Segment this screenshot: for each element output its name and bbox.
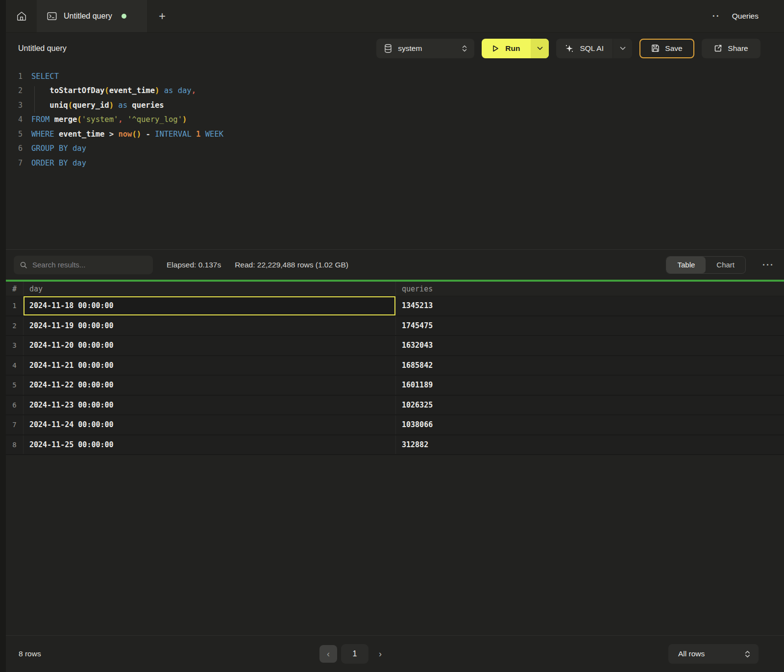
play-icon <box>491 45 499 52</box>
line-number: 3 <box>6 101 23 110</box>
code-text: SELECT <box>31 72 59 81</box>
updown-chevron-icon <box>744 650 751 658</box>
sql-editor[interactable]: 1SELECT2 toStartOfDay(event_time) as day… <box>6 64 784 249</box>
line-number: 7 <box>6 159 23 168</box>
cell-queries[interactable]: 1685842 <box>396 356 784 375</box>
results-table-body: 12024-11-18 00:00:00134521322024-11-19 0… <box>6 296 784 455</box>
code-text: WHERE event_time > now() - INTERVAL 1 WE… <box>31 130 223 139</box>
save-button[interactable]: Save <box>639 39 694 58</box>
column-header-index[interactable]: # <box>6 282 24 296</box>
search-icon <box>20 261 27 269</box>
read-stat: Read: 22,229,488 rows (1.02 GB) <box>235 261 348 269</box>
sql-ai-button[interactable]: SQL AI <box>556 39 632 58</box>
table-row[interactable]: 52024-11-22 00:00:001601189 <box>6 376 784 396</box>
sql-console-window: Untitled query + ·· Queries Untitled que… <box>0 0 784 672</box>
table-row[interactable]: 72024-11-24 00:00:001038066 <box>6 415 784 435</box>
elapsed-stat: Elapsed: 0.137s <box>167 261 221 269</box>
cell-day[interactable]: 2024-11-22 00:00:00 <box>24 376 396 395</box>
more-options-icon[interactable]: ·· <box>712 12 720 21</box>
code-text: uniq(query_id) as queries <box>31 101 164 110</box>
updown-chevron-icon <box>462 45 467 52</box>
table-row[interactable]: 62024-11-23 00:00:001026325 <box>6 396 784 416</box>
pagination: ‹ 1 › <box>319 644 388 664</box>
code-line[interactable]: 1SELECT <box>6 69 784 84</box>
row-number: 6 <box>6 396 24 415</box>
queries-link[interactable]: Queries <box>732 12 759 21</box>
cell-day[interactable]: 2024-11-25 00:00:00 <box>24 435 396 455</box>
terminal-icon <box>47 11 57 22</box>
cell-queries[interactable]: 1745475 <box>396 316 784 336</box>
table-row[interactable]: 12024-11-18 00:00:001345213 <box>6 296 784 316</box>
column-header-day[interactable]: day <box>24 282 396 296</box>
table-row[interactable]: 32024-11-20 00:00:001632043 <box>6 336 784 356</box>
table-row[interactable]: 42024-11-21 00:00:001685842 <box>6 356 784 376</box>
code-line[interactable]: 2 toStartOfDay(event_time) as day, <box>6 84 784 98</box>
code-line[interactable]: 5WHERE event_time > now() - INTERVAL 1 W… <box>6 127 784 142</box>
cell-queries[interactable]: 1038066 <box>396 415 784 434</box>
query-toolbar: Untitled query system <box>6 33 784 64</box>
column-header-queries[interactable]: queries <box>396 282 784 296</box>
cell-queries[interactable]: 312882 <box>396 435 784 455</box>
current-page-button[interactable]: 1 <box>341 644 368 664</box>
main-area: Untitled query + ·· Queries Untitled que… <box>6 0 784 672</box>
table-row[interactable]: 22024-11-19 00:00:001745475 <box>6 316 784 336</box>
chevron-right-icon: › <box>379 649 382 659</box>
save-icon <box>651 44 660 52</box>
row-number: 7 <box>6 415 24 434</box>
row-number: 1 <box>6 296 24 315</box>
next-page-button[interactable]: › <box>372 645 388 663</box>
results-table-header: # day queries <box>6 282 784 296</box>
code-line[interactable]: 3 uniq(query_id) as queries <box>6 98 784 113</box>
cell-queries[interactable]: 1601189 <box>396 376 784 395</box>
cell-day[interactable]: 2024-11-24 00:00:00 <box>24 415 396 434</box>
code-text: GROUP BY day <box>31 144 86 153</box>
cell-day[interactable]: 2024-11-19 00:00:00 <box>24 316 396 336</box>
code-text: FROM merge('system', '^query_log') <box>31 115 187 124</box>
chevron-left-icon: ‹ <box>327 649 330 659</box>
view-toggle: Table Chart <box>666 256 746 274</box>
row-number: 2 <box>6 316 24 336</box>
share-button[interactable]: Share <box>702 39 760 58</box>
page-size-value: All rows <box>678 649 744 658</box>
cell-day[interactable]: 2024-11-20 00:00:00 <box>24 336 396 355</box>
cell-queries[interactable]: 1632043 <box>396 336 784 355</box>
home-icon <box>16 11 27 22</box>
page-size-selector[interactable]: All rows <box>668 644 759 664</box>
view-tab-chart[interactable]: Chart <box>706 257 745 273</box>
search-results-input[interactable] <box>32 261 147 269</box>
previous-page-button[interactable]: ‹ <box>319 645 337 663</box>
cell-day[interactable]: 2024-11-21 00:00:00 <box>24 356 396 375</box>
run-button-main[interactable]: Run <box>482 39 531 58</box>
database-icon <box>384 44 392 53</box>
run-button[interactable]: Run <box>482 39 549 58</box>
code-line[interactable]: 4FROM merge('system', '^query_log') <box>6 113 784 127</box>
home-button[interactable] <box>6 0 37 32</box>
row-count: 8 rows <box>19 649 41 658</box>
line-number: 1 <box>6 72 23 81</box>
database-selector[interactable]: system <box>376 39 474 58</box>
results-more-icon[interactable]: ··· <box>762 261 774 269</box>
cell-queries[interactable]: 1345213 <box>396 296 784 315</box>
sql-ai-main[interactable]: SQL AI <box>556 39 612 58</box>
tab-untitled-query[interactable]: Untitled query <box>37 0 147 32</box>
code-line[interactable]: 6GROUP BY day <box>6 142 784 156</box>
line-number: 4 <box>6 115 23 124</box>
line-number: 2 <box>6 86 23 95</box>
row-number: 3 <box>6 336 24 355</box>
table-row[interactable]: 82024-11-25 00:00:00312882 <box>6 435 784 456</box>
share-icon <box>714 44 722 52</box>
sparkle-icon <box>565 44 574 53</box>
indent-guide <box>34 86 35 113</box>
sql-ai-caret[interactable] <box>612 39 632 58</box>
query-title: Untitled query <box>18 44 67 53</box>
cell-day[interactable]: 2024-11-23 00:00:00 <box>24 396 396 415</box>
row-number: 4 <box>6 356 24 375</box>
database-selector-value: system <box>398 44 456 53</box>
run-options-caret[interactable] <box>531 39 549 58</box>
cell-queries[interactable]: 1026325 <box>396 396 784 415</box>
search-results-box[interactable] <box>14 256 153 274</box>
code-line[interactable]: 7ORDER BY day <box>6 156 784 170</box>
cell-day[interactable]: 2024-11-18 00:00:00 <box>24 296 396 315</box>
view-tab-table[interactable]: Table <box>666 257 706 273</box>
new-tab-button[interactable]: + <box>147 0 177 32</box>
